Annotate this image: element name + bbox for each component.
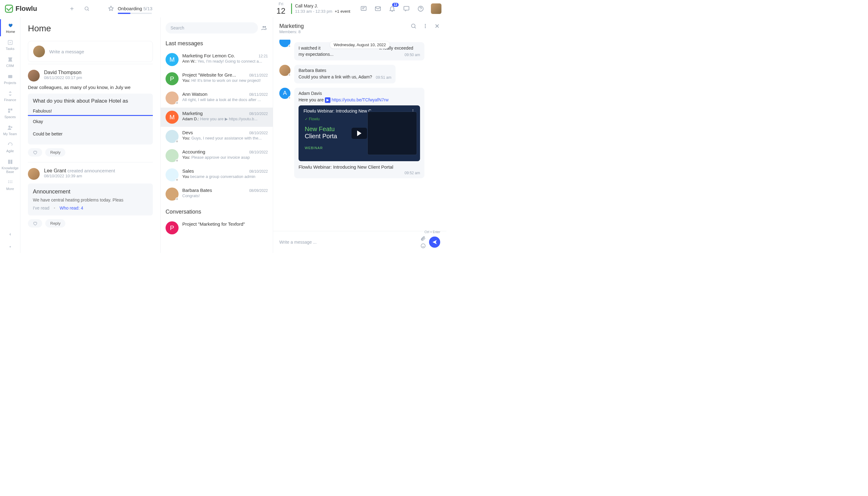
sidebar-item-crm[interactable]: CRM [0,53,20,71]
user-avatar[interactable] [431,3,441,14]
message-avatar[interactable] [279,65,291,76]
post-author[interactable]: David Thompson [44,70,82,75]
post-author[interactable]: Lee Grant [44,168,66,173]
chat-message-input[interactable]: Write a message ... [279,239,417,245]
conversation-name: Barbara Bates [182,188,212,193]
video-preview[interactable]: Flowlu Webinar: Introducing New C...⋮ ✓ … [298,105,420,161]
conversation-avatar [166,91,179,105]
conversation-item[interactable]: Sales08/10/2022 You became a group conve… [160,165,273,184]
conversation-preview: You: Please approve our invoice asap [182,155,268,160]
sidebar-label: Agile [6,149,14,153]
chat-icon[interactable] [402,5,410,13]
emoji-icon[interactable] [420,243,426,249]
post-avatar[interactable] [28,70,40,81]
sidebar-item-agile[interactable]: Agile [0,139,20,156]
bell-icon[interactable]: 13 [388,5,396,13]
svg-point-14 [11,181,12,181]
notes-icon[interactable] [360,5,368,13]
sidebar-item-tasks[interactable]: Tasks [0,36,20,53]
who-read-link[interactable]: Who read: 4 [60,205,83,211]
poll-option[interactable]: Fabulous! [33,107,148,115]
upcoming-event[interactable]: Call Mary J. 11:33 am - 12:33 pm+1 event [291,3,350,14]
add-icon[interactable] [68,5,76,12]
onboarding-pin-icon[interactable] [107,5,115,12]
sidebar-item-home[interactable]: 💙Home [0,19,20,36]
onboarding-label[interactable]: Onboarding [118,6,142,11]
conversation-name: Devs [182,130,193,135]
mail-icon[interactable] [374,5,382,13]
feed-panel: Home Write a message David Thompson 08/1… [20,17,160,253]
compose-box[interactable]: Write a message [28,41,153,62]
play-icon[interactable] [352,128,367,139]
gear-icon [7,243,14,250]
keyboard-hint: Ctrl + Enter [424,230,440,234]
attach-icon[interactable] [420,236,426,241]
ive-read-link[interactable]: I've read [33,205,49,211]
conversation-item[interactable]: P Project "Marketing for Texford" [160,218,273,237]
add-people-icon[interactable] [260,24,268,32]
search-input[interactable]: Search [166,22,258,33]
forward-icon: ▶ [325,97,330,103]
conversation-item[interactable]: Ann Watson08/11/2022 All right, I will t… [160,88,273,108]
like-button[interactable] [28,148,42,157]
reply-button[interactable]: Reply [45,148,65,157]
event-more: +1 event [335,9,350,14]
poll-option[interactable]: Okay [33,115,148,128]
svg-rect-1 [361,6,367,11]
event-time: 11:33 am - 12:33 pm [295,9,332,14]
conversation-avatar: P [166,72,179,85]
conversation-name: Ann Watson [182,91,207,97]
left-sidebar: 💙Home Tasks CRM Projects Finance Spaces … [0,17,20,253]
reply-button[interactable]: Reply [45,219,65,228]
conversation-date: 08/11/2022 [249,92,268,97]
sidebar-item-spaces[interactable]: Spaces [0,105,20,122]
svg-point-24 [425,27,425,28]
sidebar-item-kb[interactable]: Knowledge Base [0,156,20,176]
conversation-item[interactable]: Accounting08/10/2022 You: Please approve… [160,146,273,165]
calendar-day-number[interactable]: 12 [277,6,285,16]
sidebar-settings[interactable] [0,241,20,253]
conversation-item[interactable]: Devs08/10/2022 You: Guys, I need your as… [160,127,273,146]
conversation-item[interactable]: M Marketing For Lemon Co.12:21 Ann W.: Y… [160,50,273,69]
logo-check-icon [5,5,13,13]
chat-message: A Adam Davis Here you are ▶ https://yout… [279,88,440,179]
chat-panel: Marketing Members: 8 Wednesday, August 1… [273,17,446,253]
agile-icon [7,141,14,148]
chat-search-icon[interactable] [410,23,417,29]
svg-point-21 [412,24,415,28]
send-button[interactable] [429,236,440,248]
chat-more-icon[interactable] [422,23,429,29]
sidebar-label: My Team [3,132,17,136]
svg-point-11 [11,126,12,128]
poll-option[interactable]: Could be better [33,128,148,140]
sidebar-item-projects[interactable]: Projects [0,71,20,88]
conversation-date: 08/10/2022 [249,150,268,154]
conversation-date: 08/10/2022 [249,112,268,116]
video-logo: Flowlu [309,117,320,121]
sidebar-label: Spaces [4,115,16,119]
brand-logo[interactable]: Flowlu [5,5,37,13]
message-avatar[interactable] [279,40,291,47]
conversation-item[interactable]: M Marketing08/10/2022 Adam D.: Here you … [160,108,273,127]
like-button[interactable] [28,219,42,228]
home-icon: 💙 [7,22,14,29]
conversation-item[interactable]: P Project "Website for Gre...08/11/2022 … [160,69,273,88]
search-icon[interactable] [83,5,91,12]
compose-avatar [33,46,45,57]
help-icon[interactable] [417,5,425,13]
sidebar-item-myteam[interactable]: My Team [0,122,20,139]
sidebar-collapse[interactable] [0,228,20,241]
conversation-date: 08/10/2022 [249,131,268,135]
sidebar-item-finance[interactable]: Finance [0,88,20,105]
conversation-item[interactable]: Barbara Bates08/09/2022 Congrats! [160,184,273,204]
sidebar-item-more[interactable]: More [0,176,20,193]
conversation-name: Accounting [182,149,205,154]
conversation-avatar [166,130,179,143]
conversation-name: Project "Website for Gre... [182,72,236,78]
message-link[interactable]: https://youtu.be/TCfwyafN7rw [332,97,389,102]
sidebar-label: More [6,187,14,191]
chat-close-icon[interactable] [434,23,440,29]
chat-title[interactable]: Marketing [279,23,304,29]
message-avatar[interactable]: A [279,88,291,99]
post-avatar[interactable] [28,168,40,180]
